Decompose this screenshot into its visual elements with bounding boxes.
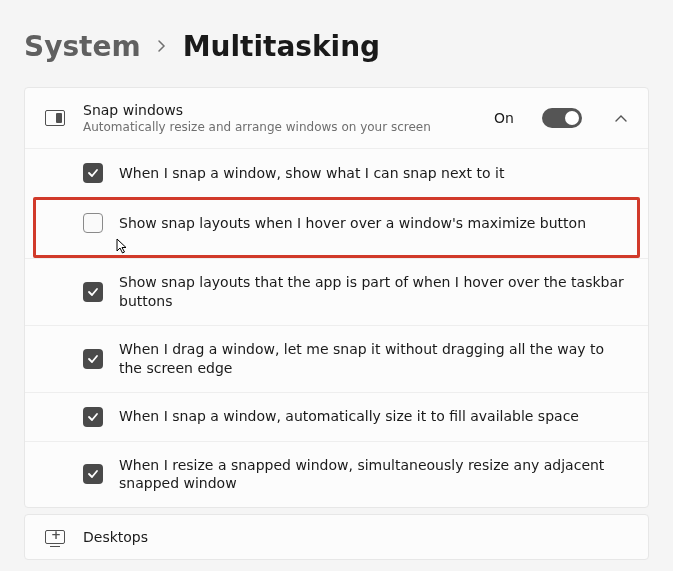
snap-option-row: When I snap a window, automatically size… [25, 392, 648, 441]
snap-option-checkbox[interactable] [83, 163, 103, 183]
desktops-icon [45, 530, 65, 544]
snap-windows-titles: Snap windows Automatically resize and ar… [83, 102, 476, 134]
snap-windows-header[interactable]: Snap windows Automatically resize and ar… [25, 88, 648, 148]
breadcrumb: System Multitasking [24, 0, 649, 87]
snap-option-checkbox[interactable] [83, 464, 103, 484]
snap-option-row: When I snap a window, show what I can sn… [25, 148, 648, 197]
snap-option-row: When I drag a window, let me snap it wit… [25, 325, 648, 392]
snap-windows-subtitle: Automatically resize and arrange windows… [83, 120, 476, 134]
snap-toggle-label: On [494, 110, 514, 126]
snap-option-label: Show snap layouts when I hover over a wi… [119, 214, 586, 233]
chevron-up-icon[interactable] [614, 109, 628, 128]
snap-option-label: Show snap layouts that the app is part o… [119, 273, 628, 311]
snap-windows-icon [45, 110, 65, 126]
desktops-panel[interactable]: Desktops [24, 514, 649, 560]
snap-option-row: Show snap layouts that the app is part o… [25, 258, 648, 325]
snap-windows-panel: Snap windows Automatically resize and ar… [24, 87, 649, 508]
snap-option-row: When I resize a snapped window, simultan… [25, 441, 648, 508]
cursor-icon [116, 238, 130, 260]
snap-option-label: When I snap a window, automatically size… [119, 407, 579, 426]
snap-windows-title: Snap windows [83, 102, 476, 118]
snap-toggle[interactable] [542, 108, 582, 128]
breadcrumb-current: Multitasking [183, 30, 381, 63]
snap-option-checkbox[interactable] [83, 349, 103, 369]
snap-option-checkbox[interactable] [83, 213, 103, 233]
desktops-title: Desktops [83, 529, 628, 545]
snap-option-row: Show snap layouts when I hover over a wi… [33, 197, 640, 258]
snap-option-checkbox[interactable] [83, 282, 103, 302]
snap-option-label: When I resize a snapped window, simultan… [119, 456, 628, 494]
snap-option-label: When I drag a window, let me snap it wit… [119, 340, 628, 378]
breadcrumb-parent[interactable]: System [24, 30, 141, 63]
chevron-right-icon [157, 36, 167, 57]
snap-option-label: When I snap a window, show what I can sn… [119, 164, 504, 183]
snap-option-checkbox[interactable] [83, 407, 103, 427]
